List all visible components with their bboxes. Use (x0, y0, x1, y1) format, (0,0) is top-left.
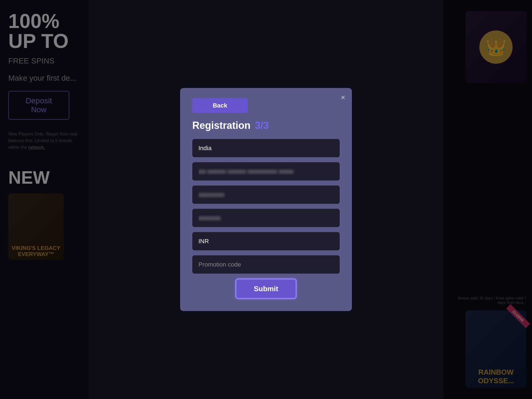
address-input[interactable] (192, 162, 340, 181)
registration-modal: × Back Registration 3/3 Submit (180, 88, 352, 311)
modal-title-row: Registration 3/3 (192, 120, 340, 131)
postal-input[interactable] (192, 209, 340, 227)
promo-code-input[interactable] (192, 255, 340, 274)
modal-title: Registration (192, 120, 250, 131)
modal-step: 3/3 (255, 120, 269, 131)
country-input[interactable] (192, 139, 340, 157)
currency-input[interactable] (192, 232, 340, 250)
submit-button[interactable]: Submit (236, 279, 296, 299)
city-input[interactable] (192, 186, 340, 204)
back-button[interactable]: Back (192, 98, 248, 113)
close-button[interactable]: × (341, 94, 345, 101)
